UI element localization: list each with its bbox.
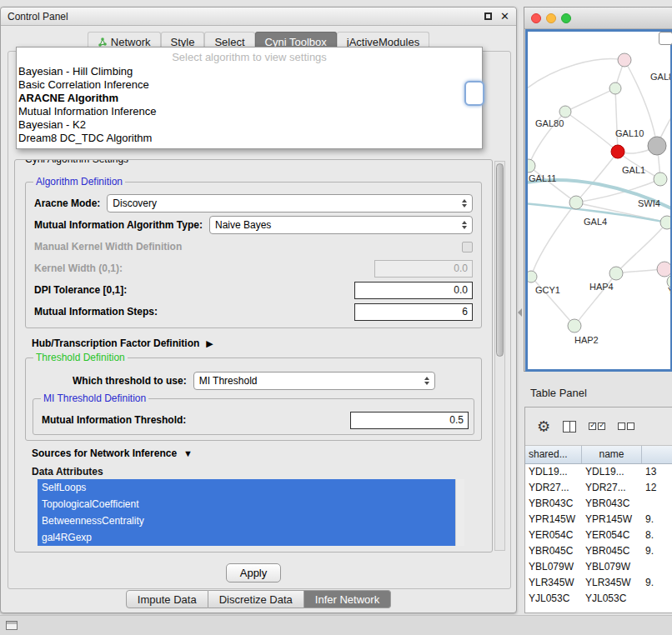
node-label: GAL80	[535, 118, 564, 128]
attribute-item[interactable]: SelfLoops	[38, 479, 455, 496]
group-title: Cyni Algorithm Settings	[23, 159, 131, 165]
hub-section-toggle[interactable]: Hub/Transcription Factor Definition ▶	[32, 336, 482, 351]
panel-splitter[interactable]	[518, 308, 522, 317]
aracne-mode-select[interactable]: Discovery	[107, 194, 473, 212]
group-title: Threshold Definition	[33, 352, 128, 363]
cell	[642, 496, 672, 512]
show-columns-button[interactable]	[563, 421, 576, 432]
network-node-selected[interactable]	[611, 145, 624, 158]
table-row[interactable]: YJL053CYJL053C	[525, 591, 672, 607]
network-node[interactable]	[618, 53, 631, 67]
window-zoom-button[interactable]	[561, 13, 571, 23]
node-label: GAL11	[529, 173, 556, 183]
window-minimize-button[interactable]	[546, 13, 556, 23]
dpi-tolerance-input[interactable]: 0.0	[354, 282, 473, 299]
selected-value: MI Threshold	[199, 375, 258, 387]
network-node[interactable]	[654, 172, 667, 186]
minimized-window-icon[interactable]	[6, 621, 18, 630]
table-row[interactable]: YBL079WYBL079W	[525, 559, 672, 575]
cell: 9.	[642, 512, 672, 528]
mi-algorithm-type-select[interactable]: Naive Bayes	[209, 216, 473, 234]
table-row[interactable]: YER054CYER054C8.	[525, 528, 672, 543]
table-row[interactable]: YLR345WYLR345W9.	[525, 575, 672, 591]
network-node[interactable]	[609, 82, 621, 94]
dropdown-item[interactable]: Mutual Information Inference	[17, 105, 482, 118]
mi-type-label: Mutual Information Algorithm Type:	[34, 219, 203, 231]
algorithm-definition-group: Algorithm Definition Aracne Mode: Discov…	[25, 182, 482, 328]
attribute-item[interactable]: TopologicalCoefficient	[38, 496, 455, 512]
network-icon	[98, 38, 108, 48]
cell: YBL079W	[582, 559, 642, 575]
bottom-dock	[0, 615, 672, 635]
checked-box-icon	[598, 422, 605, 430]
deselect-all-button[interactable]	[618, 422, 634, 430]
scrollbar-thumb[interactable]	[496, 163, 504, 357]
table-row[interactable]: YBR045CYBR045C9.	[525, 543, 672, 559]
column-header-partial[interactable]	[642, 446, 672, 463]
node-label: GCY1	[535, 285, 560, 295]
unchecked-box-icon	[618, 422, 625, 430]
aracne-mode-label: Aracne Mode:	[34, 198, 100, 209]
network-node[interactable]	[657, 262, 670, 277]
table-row[interactable]: YDR27...YDR27...12	[525, 480, 672, 496]
dropdown-item[interactable]: Bayesian - K2	[17, 118, 482, 132]
collapsed-arrow-icon: ▶	[206, 339, 213, 348]
network-canvas[interactable]: GAL80 GAL10 GAL11 GAL1 SWI4 GAL4 GCY1 HA…	[525, 29, 672, 372]
select-all-button[interactable]	[589, 422, 605, 430]
cell: YBL079W	[525, 559, 582, 575]
control-panel-titlebar: Control Panel ✕	[1, 8, 516, 26]
dropdown-item[interactable]: Basic Correlation Inference	[17, 78, 482, 92]
node-label: HAP4	[589, 282, 614, 292]
network-node[interactable]	[528, 271, 537, 282]
network-node[interactable]	[660, 216, 670, 229]
float-window-icon[interactable]	[484, 12, 492, 20]
cell: 8.	[642, 528, 672, 543]
mi-threshold-input[interactable]: 0.5	[350, 412, 469, 429]
table-panel-title: Table Panel	[530, 387, 587, 399]
window-close-button[interactable]	[531, 13, 541, 23]
cell: YBR045C	[582, 543, 642, 559]
sources-section-toggle[interactable]: Sources for Network Inference ▼	[32, 446, 482, 461]
sources-label: Sources for Network Inference	[32, 448, 177, 459]
column-header-name[interactable]: name	[582, 446, 642, 463]
manual-kernel-label: Manual Kernel Width Definition	[34, 241, 182, 252]
cell: YJL053C	[525, 591, 582, 607]
dropdown-item[interactable]: Dream8 DC_TDC Algorithm	[17, 132, 482, 145]
network-node[interactable]	[559, 106, 571, 118]
unchecked-box-icon	[627, 422, 634, 430]
dropdown-item-selected[interactable]: ARACNE Algorithm	[17, 92, 482, 105]
tab-discretize-data[interactable]: Discretize Data	[208, 590, 304, 608]
network-toolbar-field[interactable]	[659, 32, 672, 45]
table-row[interactable]: YPR145WYPR145W9.	[525, 512, 672, 528]
cell: YPR145W	[525, 512, 582, 528]
algorithm-combobox[interactable]	[464, 81, 484, 106]
apply-button[interactable]: Apply	[226, 563, 281, 582]
which-threshold-label: Which threshold to use:	[73, 375, 187, 387]
dropdown-item[interactable]: Bayesian - Hill Climbing	[17, 65, 482, 78]
cyni-settings-group: Cyni Algorithm Settings Algorithm Defini…	[14, 159, 493, 552]
tab-infer-network[interactable]: Infer Network	[304, 590, 391, 608]
group-title: MI Threshold Definition	[41, 392, 148, 404]
table-settings-gear-button[interactable]: ⚙	[537, 419, 550, 434]
which-threshold-select[interactable]: MI Threshold	[193, 372, 435, 390]
network-node[interactable]	[569, 196, 583, 209]
list-scrollbar[interactable]	[455, 479, 464, 546]
tab-impute-data[interactable]: Impute Data	[126, 590, 208, 608]
expanded-arrow-icon: ▼	[183, 449, 193, 458]
column-header-shared-name[interactable]: shared...	[525, 446, 582, 463]
network-node[interactable]	[568, 319, 581, 332]
attribute-item[interactable]: BetweennessCentrality	[38, 512, 455, 529]
cell: YDL19...	[525, 464, 582, 480]
network-node[interactable]	[648, 137, 666, 155]
attribute-item[interactable]: gal4RGexp	[38, 529, 455, 546]
cell: YDR27...	[582, 480, 642, 496]
cyni-bottom-tabs: Impute Data Discretize Data Infer Networ…	[1, 590, 516, 608]
close-icon[interactable]: ✕	[500, 12, 509, 22]
gear-icon: ⚙	[537, 419, 550, 434]
table-row[interactable]: YBR043CYBR043C	[525, 496, 672, 512]
window-controls: ✕	[484, 12, 509, 22]
network-node[interactable]	[609, 267, 623, 280]
mi-steps-input[interactable]: 6	[354, 303, 473, 321]
table-row[interactable]: YDL19...YDL19...13	[525, 464, 672, 480]
settings-scrollbar[interactable]	[494, 161, 505, 551]
